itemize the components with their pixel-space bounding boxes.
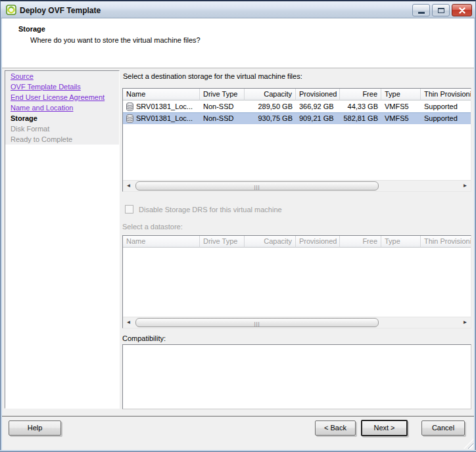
window-frame-left	[0, 18, 2, 452]
datastore-capacity: 289,50 GB	[245, 101, 296, 112]
help-button[interactable]: Help	[9, 420, 61, 436]
datastore-type: VMFS5	[381, 101, 421, 112]
sidebar-item-name-and-location[interactable]: Name and Location	[5, 102, 119, 113]
next-button[interactable]: Next >	[361, 420, 408, 436]
wizard-header: Storage Where do you want to store the v…	[2, 18, 474, 68]
minimize-icon	[418, 12, 425, 14]
close-icon	[459, 7, 465, 14]
table-header-row: Name Drive Type Capacity Provisioned Fre…	[123, 89, 471, 101]
scroll-right-icon[interactable]: ►	[460, 317, 471, 328]
deploy-ovf-template-dialog: Deploy OVF Template Storage Where do you…	[0, 0, 476, 452]
scrollbar-grip-icon: |||	[254, 184, 260, 190]
compatibility-label: Compatibility:	[122, 334, 166, 342]
maximize-button[interactable]	[432, 4, 450, 16]
column-header-drive-type: Drive Type	[200, 236, 245, 248]
wizard-steps-sidebar: Source OVF Template Details End User Lic…	[5, 70, 120, 409]
datastore-name: SRV01381_Loc...	[136, 101, 193, 112]
datastore-capacity: 930,75 GB	[245, 113, 296, 124]
disable-storage-drs-label: Disable Storage DRS for this virtual mac…	[139, 206, 282, 214]
compatibility-box	[122, 344, 471, 409]
cancel-button[interactable]: Cancel	[421, 420, 465, 436]
horizontal-scrollbar[interactable]: ◄ ||| ►	[123, 180, 471, 191]
scroll-left-icon[interactable]: ◄	[123, 181, 134, 191]
column-header-type[interactable]: Type	[381, 89, 421, 101]
column-header-name: Name	[123, 236, 200, 248]
datastore-thin-provisioning: Supported	[421, 101, 471, 112]
table-header-row: Name Drive Type Capacity Provisioned Fre…	[123, 236, 471, 248]
column-header-free: Free	[340, 236, 381, 248]
sidebar-item-end-user-license-agreement[interactable]: End User License Agreement	[5, 92, 119, 102]
footer-separator	[2, 416, 474, 417]
datastore-drive-type: Non-SSD	[200, 101, 245, 112]
column-header-free[interactable]: Free	[340, 89, 381, 101]
scroll-left-icon[interactable]: ◄	[123, 317, 134, 328]
datastore-icon	[126, 114, 133, 123]
minimize-button[interactable]	[412, 4, 430, 16]
datastore-drive-type: Non-SSD	[200, 113, 245, 124]
window-controls	[412, 4, 472, 16]
column-header-thin-provisioning[interactable]: Thin Provisioning	[421, 89, 471, 101]
disable-storage-drs-checkbox	[125, 205, 133, 214]
destination-storage-label: Select a destination storage for the vir…	[123, 72, 302, 80]
sidebar-item-ovf-template-details[interactable]: OVF Template Details	[5, 81, 119, 92]
column-header-capacity[interactable]: Capacity	[245, 89, 296, 101]
column-header-thin-provisioning: Thin Provisioning	[421, 236, 471, 248]
datastore-type: VMFS5	[381, 113, 421, 124]
resize-grip[interactable]	[464, 439, 473, 449]
column-header-name[interactable]: Name	[123, 89, 200, 101]
sidebar-item-storage: Storage	[5, 113, 119, 124]
column-header-type: Type	[381, 236, 421, 248]
scrollbar-thumb[interactable]: |||	[135, 318, 379, 327]
sidebar-item-source[interactable]: Source	[5, 71, 119, 81]
window-title: Deploy OVF Template	[20, 6, 101, 15]
close-button[interactable]	[452, 4, 472, 16]
destination-storage-table: Name Drive Type Capacity Provisioned Fre…	[122, 88, 471, 192]
datastore-free: 44,33 GB	[340, 101, 381, 112]
datastore-free: 582,81 GB	[340, 113, 381, 124]
column-header-drive-type[interactable]: Drive Type	[200, 89, 245, 101]
page-title: Storage	[18, 25, 45, 33]
horizontal-scrollbar[interactable]: ◄ ||| ►	[123, 317, 471, 328]
titlebar[interactable]: Deploy OVF Template	[0, 0, 476, 18]
datastore-name: SRV01381_Loc...	[136, 113, 193, 124]
vsphere-app-icon	[6, 5, 16, 15]
datastore-row[interactable]: SRV01381_Loc... Non-SSD 289,50 GB 366,92…	[123, 101, 471, 112]
column-header-provisioned: Provisioned	[296, 236, 340, 248]
scroll-right-icon[interactable]: ►	[460, 181, 471, 191]
datastore-provisioned: 909,21 GB	[296, 113, 340, 124]
scrollbar-thumb[interactable]: |||	[135, 181, 379, 191]
datastore-row-selected[interactable]: SRV01381_Loc... Non-SSD 930,75 GB 909,21…	[123, 112, 471, 124]
datastore-thin-provisioning: Supported	[421, 113, 471, 124]
scrollbar-grip-icon: |||	[254, 321, 260, 327]
datastore-table-disabled: Name Drive Type Capacity Provisioned Fre…	[122, 235, 471, 328]
back-button[interactable]: < Back	[315, 420, 356, 436]
page-subtitle: Where do you want to store the virtual m…	[30, 36, 201, 44]
maximize-icon	[438, 8, 444, 13]
datastore-provisioned: 366,92 GB	[296, 101, 340, 112]
column-header-capacity: Capacity	[245, 236, 296, 248]
sidebar-item-ready-to-complete: Ready to Complete	[5, 134, 119, 145]
sidebar-item-disk-format: Disk Format	[5, 124, 119, 134]
column-header-provisioned[interactable]: Provisioned	[296, 89, 340, 101]
datastore-icon	[126, 102, 133, 111]
select-datastore-label: Select a datastore:	[122, 223, 183, 231]
